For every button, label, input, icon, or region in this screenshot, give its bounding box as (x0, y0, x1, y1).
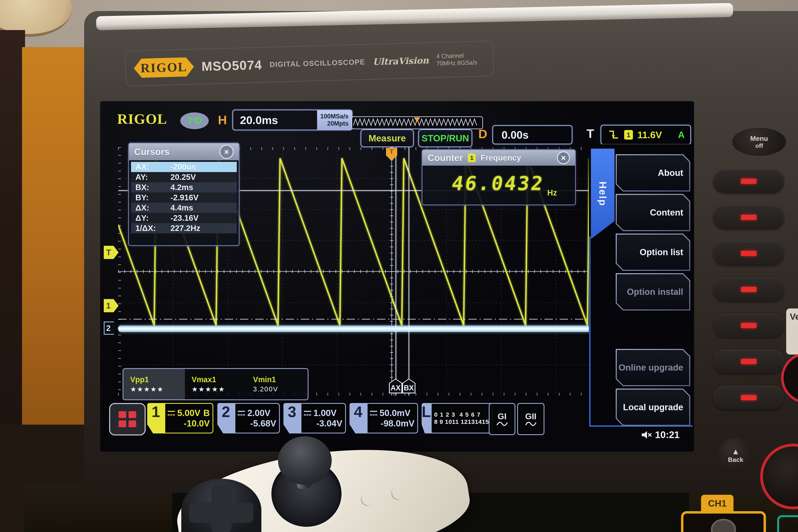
delay-box[interactable]: 0.00s (492, 125, 572, 145)
softkey-button-1[interactable] (713, 169, 784, 193)
channel-number: 3 (283, 403, 301, 434)
channel-4-status[interactable]: 4 50.0mV -98.0mV (349, 403, 418, 434)
acquisition-info: 100MSa/s20Mpts (317, 110, 352, 130)
channel-3-status[interactable]: 3 1.00V -3.04V (283, 403, 346, 434)
menu-off-button[interactable]: Menu off (732, 128, 786, 156)
measurement-vpp1[interactable]: Vpp1★★★★★ (124, 369, 185, 399)
counter-panel-titlebar[interactable]: Counter 1 Frequency × (422, 150, 575, 166)
cursor-ax-line[interactable] (396, 147, 396, 396)
cursor-bx-line[interactable] (408, 147, 409, 396)
screen-brand-logo: RIGOL (117, 111, 167, 127)
vertical-section-label: Ve (786, 308, 798, 355)
measure-button[interactable]: Measure (361, 129, 414, 147)
cursors-panel: Cursors × AX:-200us AY:20.25V BX:4.2ms B… (128, 142, 240, 246)
background-orange-panel (22, 47, 91, 434)
up-arrow-icon: ▲ (732, 447, 740, 456)
counter-panel-title: Counter (428, 152, 463, 163)
lcd-screen: T AX BX T 1 2 RIGOL T'D H 20.0ms 100MSa/… (100, 101, 694, 452)
channel-2-status[interactable]: 2 2.00V -5.68V (217, 403, 280, 434)
bandwidth-limit-badge: B (203, 408, 210, 418)
menu-item-content[interactable]: Content (616, 194, 690, 231)
trigger-mode: A (678, 129, 685, 140)
cursors-panel-titlebar[interactable]: Cursors × (129, 144, 239, 160)
counter-unit: Hz (547, 188, 557, 197)
menu-item-online-upgrade[interactable]: Online upgrade (616, 349, 690, 386)
dc-coupling-icon (304, 411, 311, 415)
dc-coupling-icon (168, 411, 175, 415)
counter-source-badge: 1 (468, 153, 476, 162)
model-number: MSO5074 (201, 57, 262, 74)
channel-number: 1 (147, 403, 165, 434)
softkey-button-3[interactable] (713, 242, 784, 265)
waveform-overview-strip[interactable] (352, 116, 483, 129)
softkey-button-2[interactable] (713, 206, 784, 229)
falling-edge-icon (609, 129, 619, 140)
counter-value: 46.0432 (450, 172, 546, 195)
softkey-button-4[interactable] (713, 278, 784, 301)
softkey-button-6[interactable] (713, 350, 784, 373)
softkey-button-5[interactable] (713, 314, 784, 337)
cursor-by-line[interactable] (118, 319, 665, 320)
ch1-bnc-label-tab: CH1 (701, 495, 734, 512)
trigger-label: T (587, 127, 594, 140)
menu-edge-line (589, 236, 590, 426)
cursor-row-ay[interactable]: AY:20.25V (131, 172, 237, 182)
menu-item-option-list[interactable]: Option list (616, 233, 690, 271)
cursor-row-freq[interactable]: 1/ΔX:227.2Hz (131, 223, 237, 233)
close-icon[interactable]: × (220, 145, 233, 159)
sine-icon (497, 421, 508, 426)
grid-display-button[interactable] (109, 403, 146, 435)
cursor-row-by[interactable]: BY:-2.916V (131, 192, 237, 203)
trigger-level-value: 11.6V (638, 129, 662, 140)
menu-item-option-install[interactable]: Option install (616, 273, 690, 310)
channel-number: 4 (349, 403, 367, 434)
softkey-led (741, 323, 757, 328)
softkey-led (741, 359, 757, 364)
timebase-box[interactable]: 20.0ms 100MSa/s20Mpts (232, 110, 353, 130)
oscilloscope-photo: RIGOL MSO5074 DIGITAL OSCILLOSCOPE Ultra… (0, 0, 798, 532)
menu-item-about[interactable]: About (616, 154, 690, 191)
stop-run-button[interactable]: STOP/RUN (418, 129, 472, 147)
horizontal-label: H (218, 113, 227, 127)
measurement-vmax1[interactable]: Vmax1★★★★★ (185, 369, 246, 399)
overview-position-marker (414, 117, 420, 122)
generator-2-button[interactable]: GII (517, 403, 545, 435)
logic-label: L (422, 403, 431, 434)
trigger-level-marker[interactable]: T (104, 246, 118, 259)
channel-1-status[interactable]: 1 5.00V B -10.0V (147, 403, 213, 434)
measurement-vmin1[interactable]: Vmin13.200V (246, 369, 308, 399)
menu-item-local-upgrade[interactable]: Local upgrade (616, 388, 690, 426)
counter-mode: Frequency (480, 153, 521, 163)
measurements-panel: Vpp1★★★★★ Vmax1★★★★★ Vmin13.200V (122, 368, 308, 400)
trigger-status-badge: T'D (180, 112, 209, 129)
cursor-row-bx[interactable]: BX:4.2ms (131, 182, 237, 192)
channel2-position-marker[interactable]: 2 (104, 322, 118, 335)
tab-help[interactable]: Help (591, 149, 614, 239)
cursor-row-ax[interactable]: AX:-200us (131, 162, 237, 172)
cursor-row-dx[interactable]: ΔX:4.4ms (131, 203, 237, 213)
delay-label: D (478, 127, 487, 141)
close-icon[interactable]: × (557, 151, 570, 164)
trigger-source-badge: 1 (624, 130, 633, 139)
joystick-cap[interactable] (278, 436, 332, 485)
cursors-panel-title: Cursors (134, 147, 169, 157)
sine-icon (525, 421, 536, 426)
dc-coupling-icon (238, 411, 245, 415)
dpad-horizontal-bar (189, 503, 253, 523)
channel1-position-marker[interactable]: 1 (104, 299, 118, 312)
ch2-bnc-outline (777, 515, 798, 532)
logic-channels-status[interactable]: L 0 1 2 3 4 5 6 7 8 9 1011 12131415 (422, 403, 485, 434)
generator-1-button[interactable]: GI (489, 403, 515, 435)
channel2-flat-trace (118, 325, 665, 332)
softkey-led (741, 251, 757, 256)
channel-number: 2 (217, 403, 234, 434)
trigger-info-box[interactable]: 1 11.6V A (601, 125, 691, 145)
clock-time: 10:21 (655, 429, 680, 440)
device-type-label: DIGITAL OSCILLOSCOPE (270, 58, 365, 69)
cursor-row-dy[interactable]: ΔY:-23.16V (131, 213, 237, 223)
back-button[interactable]: ▲ Back (718, 438, 753, 473)
softkey-button-7[interactable] (713, 386, 784, 410)
device-specs: 4 Channel70MHz 8GSa/s (436, 52, 477, 67)
help-menu: Help About Content Option list Option in… (589, 144, 694, 428)
ch1-bnc-connector[interactable] (681, 511, 766, 532)
